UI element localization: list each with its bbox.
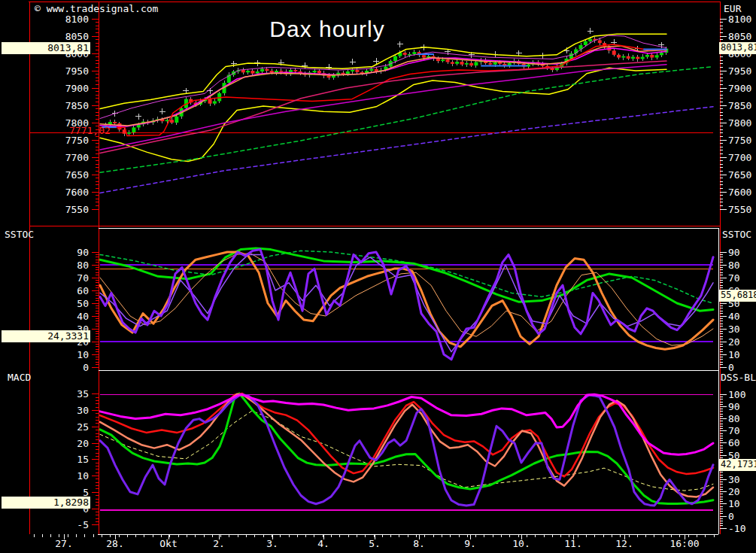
candle-body xyxy=(208,99,212,104)
axis-tick-label: 30 xyxy=(728,324,740,335)
candle-body xyxy=(355,70,359,72)
candle-body xyxy=(132,127,135,132)
x-axis-label: 12. xyxy=(615,538,633,549)
axis-tick-label: -5 xyxy=(77,519,89,530)
axis-tick-label: 7750 xyxy=(728,135,751,146)
candle-body xyxy=(621,56,625,58)
series-dss-purple xyxy=(100,394,713,506)
candle-body xyxy=(403,53,407,55)
x-axis-label: 10. xyxy=(512,538,530,549)
candle-body xyxy=(460,62,464,65)
axis-tick-label: 7700 xyxy=(728,152,751,163)
candle-body xyxy=(612,50,616,55)
candle-body xyxy=(265,69,269,71)
candle-body xyxy=(660,53,663,55)
last-price-badge-left: 8013,81 xyxy=(2,42,90,54)
candle-body xyxy=(256,71,260,74)
series-sstoc-purple xyxy=(100,250,713,360)
axis-tick-label: 0 xyxy=(83,362,89,373)
candle-body xyxy=(250,71,254,74)
candle-body xyxy=(451,62,454,64)
axis-tick-label: 25 xyxy=(77,421,89,433)
copyright-text: © www.tradesignal.com xyxy=(35,3,158,14)
ref-line-price-label: 7771,02 xyxy=(69,125,111,136)
axis-tick-label: 90 xyxy=(77,247,89,258)
axis-tick-label: 10 xyxy=(728,349,740,360)
candle-body xyxy=(175,117,178,123)
x-axis-label: 9. xyxy=(464,538,476,549)
candle-body xyxy=(260,69,264,71)
axis-tick-label: 0 xyxy=(728,511,734,522)
candle-body xyxy=(617,55,621,58)
x-axis-label: Okt xyxy=(159,538,177,549)
axis-tick-label: 7650 xyxy=(65,169,89,181)
candle-body xyxy=(469,63,473,65)
candle-body xyxy=(279,71,283,72)
axis-tick-label: 30 xyxy=(728,474,740,485)
axis-tick-label: 7550 xyxy=(65,204,89,215)
candle-body xyxy=(488,63,492,65)
x-axis-label: 3. xyxy=(266,538,278,549)
candle-body xyxy=(241,70,245,72)
axis-tick-label: 40 xyxy=(728,311,740,322)
candle-body xyxy=(636,57,639,59)
candle-body xyxy=(465,63,469,65)
trading-chart-window: 8100805080007950790078507800775077007650… xyxy=(0,0,756,553)
candle-body xyxy=(369,69,373,71)
candle-body xyxy=(127,132,131,134)
axis-tick-label: 30 xyxy=(77,405,89,416)
axis-tick-label: 10 xyxy=(77,349,89,360)
candle-body xyxy=(498,62,502,64)
axis-tick-label: 7850 xyxy=(65,100,89,111)
axis-tick-label: 7600 xyxy=(728,187,751,198)
sstoc-value-badge-right: 55,6818 xyxy=(719,290,756,302)
axis-tick-label: 7950 xyxy=(65,65,89,77)
axis-tick-label: 10 xyxy=(728,498,740,509)
axis-tick-label: 35 xyxy=(77,388,89,400)
candle-body xyxy=(493,62,497,65)
chart-title: Dax hourly xyxy=(0,17,654,42)
axis-tick-label: 7550 xyxy=(728,204,751,215)
series-ma-orange xyxy=(100,46,666,126)
x-axis-label: 4. xyxy=(317,538,329,549)
series-ma-magenta xyxy=(100,48,666,126)
candle-body xyxy=(113,122,117,123)
chart-canvas[interactable]: 8100805080007950790078507800775077007650… xyxy=(0,0,756,553)
series-trailing-stop-red xyxy=(100,44,666,136)
candle-body xyxy=(246,71,250,72)
axis-tick-label: 80 xyxy=(77,260,89,271)
candle-body xyxy=(342,73,345,74)
axis-tick-label: 7600 xyxy=(65,187,89,198)
axis-tick-label: 40 xyxy=(77,311,89,322)
axis-tick-label: 7700 xyxy=(65,152,89,163)
axis-tick-label: 7850 xyxy=(728,100,751,111)
sstoc-left-label: SSTOC xyxy=(5,229,34,240)
candle-body xyxy=(213,101,217,103)
macd-label: MACD xyxy=(8,372,31,383)
candle-body xyxy=(436,59,440,61)
axis-tick-label: 90 xyxy=(728,401,740,412)
candle-body xyxy=(631,57,635,59)
candle-body xyxy=(317,71,321,73)
axis-tick-label: 60 xyxy=(77,285,89,296)
candle-body xyxy=(455,62,459,64)
series-trend-green-dashed xyxy=(100,67,713,173)
axis-tick-label: 80 xyxy=(728,260,740,271)
candle-body xyxy=(170,120,174,123)
axis-tick-label: 7900 xyxy=(65,83,89,94)
x-axis-label: 2. xyxy=(213,538,225,549)
candle-body xyxy=(569,53,573,59)
axis-tick-label: 60 xyxy=(728,437,740,448)
candle-body xyxy=(441,59,445,61)
x-axis-label: 5. xyxy=(369,538,381,549)
candle-body xyxy=(293,70,297,71)
candle-body xyxy=(313,71,317,72)
candle-body xyxy=(270,71,274,73)
axis-tick-label: 100 xyxy=(728,389,745,400)
candle-body xyxy=(641,57,645,59)
axis-tick-label: 70 xyxy=(728,425,740,436)
candle-body xyxy=(446,59,450,62)
candle-body xyxy=(655,55,659,57)
axis-tick-label: 90 xyxy=(728,247,740,258)
axis-tick-label: 8100 xyxy=(728,14,751,25)
